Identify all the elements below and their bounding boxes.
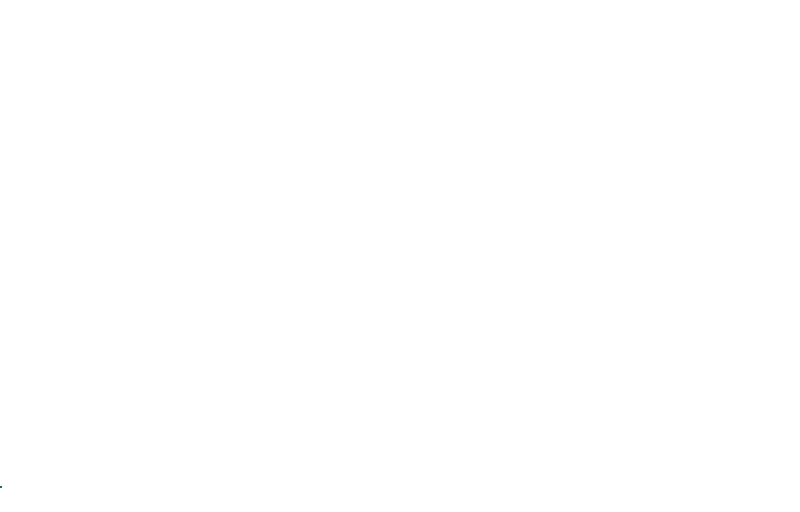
selection-marquee [0,486,2,488]
spreadsheet [0,0,800,512]
